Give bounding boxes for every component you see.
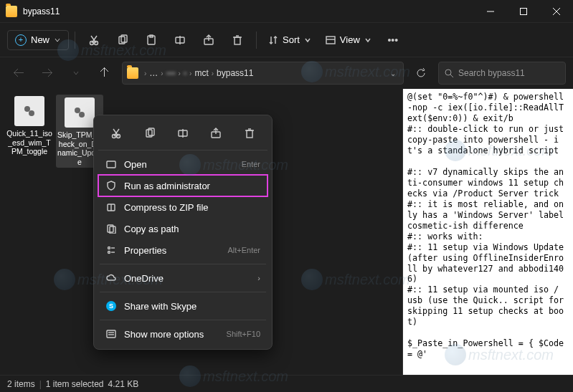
file-name: Quick_11_iso_esd_wim_TPM_toggle — [6, 129, 53, 156]
content-area: Quick_11_iso_esd_wim_TPM_toggle Skip_TPM… — [0, 89, 573, 375]
view-icon — [326, 35, 336, 45]
chevron-down-icon — [304, 37, 311, 44]
ctx-label: OneDrive — [124, 273, 164, 284]
more-icon — [105, 328, 117, 340]
ctx-label: Run as administrator — [124, 181, 210, 191]
context-menu: Open Enter Run as administrator Compress… — [93, 115, 273, 350]
address-dropdown[interactable]: ⌄ — [387, 70, 399, 77]
status-selected: 1 item selected — [46, 379, 104, 389]
more-button[interactable]: ••• — [380, 27, 406, 53]
close-button[interactable] — [540, 0, 573, 23]
share-button[interactable] — [196, 27, 222, 53]
ctx-run-as-admin[interactable]: Run as administrator — [98, 175, 267, 196]
refresh-button[interactable] — [409, 62, 432, 85]
svg-rect-15 — [235, 37, 240, 44]
svg-line-21 — [450, 75, 453, 77]
new-button[interactable]: + New — [7, 30, 69, 50]
search-placeholder: Search bypass11 — [458, 68, 525, 78]
svg-rect-1 — [521, 8, 527, 14]
search-icon — [445, 69, 454, 78]
ctx-copy-path[interactable]: Copy as path — [98, 218, 267, 239]
view-button[interactable]: View — [320, 31, 377, 49]
svg-point-22 — [24, 106, 30, 112]
ctx-more-options[interactable]: Show more options Shift+F10 — [98, 323, 267, 345]
sort-label: Sort — [283, 34, 300, 45]
ctx-properties[interactable]: Properties Alt+Enter — [98, 239, 267, 261]
ctx-label: Open — [124, 159, 147, 170]
cmd-file-icon — [14, 96, 44, 126]
ctx-rename-button[interactable] — [171, 123, 194, 144]
context-menu-toolbar — [98, 120, 267, 150]
folder-icon — [6, 6, 17, 17]
skype-icon: S — [105, 300, 117, 312]
svg-rect-18 — [326, 37, 335, 44]
plus-icon: + — [15, 34, 27, 46]
ctx-label: Compress to ZIP file — [124, 202, 209, 213]
folder-icon — [127, 67, 138, 79]
chevron-down-icon — [54, 37, 61, 44]
copy-path-icon — [105, 223, 117, 234]
view-label: View — [340, 34, 360, 45]
copy-button[interactable] — [110, 27, 136, 53]
delete-button[interactable] — [224, 27, 250, 53]
svg-point-23 — [29, 110, 34, 116]
cmd-file-icon — [65, 97, 95, 128]
breadcrumb[interactable]: mct — [194, 68, 208, 78]
nav-row: 🡠 🡢 🡡 › … › ▪▪▪ › ▪ › mct › bypass11 ⌄ S… — [0, 57, 573, 89]
forward-button[interactable]: 🡢 — [36, 62, 59, 85]
minimize-button[interactable] — [474, 0, 507, 23]
svg-rect-38 — [107, 161, 115, 168]
rename-button[interactable] — [167, 27, 193, 53]
new-label: New — [31, 34, 49, 45]
properties-icon — [105, 244, 117, 256]
recent-button[interactable] — [65, 62, 87, 85]
status-bar: 2 items | 1 item selected 4.21 KB — [0, 375, 573, 392]
ctx-share-button[interactable] — [204, 123, 227, 144]
ctx-label: Show more options — [124, 329, 204, 340]
ctx-hint: Alt+Enter — [227, 246, 260, 254]
cut-button[interactable] — [81, 27, 107, 53]
ctx-label: Share with Skype — [124, 301, 196, 312]
ctx-hint: Shift+F10 — [227, 330, 260, 338]
open-icon — [105, 158, 117, 170]
preview-pane: @(set "0=%~f0"^)#) & powershell -nop -c … — [402, 89, 573, 375]
ctx-delete-button[interactable] — [238, 123, 261, 144]
window-title: bypass11 — [23, 6, 60, 16]
svg-rect-47 — [107, 330, 115, 338]
svg-point-20 — [445, 70, 451, 75]
ctx-open[interactable]: Open Enter — [98, 153, 267, 175]
titlebar: bypass11 — [0, 0, 573, 23]
maximize-button[interactable] — [507, 0, 540, 23]
toolbar: + New Sort View ••• — [0, 23, 573, 57]
back-button[interactable]: 🡠 — [7, 62, 30, 85]
breadcrumb[interactable]: ▪▪▪ — [166, 68, 176, 78]
breadcrumb[interactable]: ▪ — [184, 68, 186, 78]
ctx-cut-button[interactable] — [105, 123, 128, 144]
breadcrumb[interactable]: bypass11 — [217, 68, 253, 78]
paste-button[interactable] — [138, 27, 164, 53]
chevron-down-icon — [364, 37, 371, 44]
chevron-right-icon: › — [257, 274, 260, 282]
sort-icon — [268, 35, 278, 45]
breadcrumb[interactable]: … — [149, 68, 158, 78]
status-size: 4.21 KB — [108, 379, 139, 389]
ctx-compress[interactable]: Compress to ZIP file — [98, 196, 267, 218]
ctx-hint: Enter — [242, 160, 260, 168]
status-items: 2 items — [7, 379, 35, 389]
ctx-skype[interactable]: S Share with Skype — [98, 295, 267, 317]
search-box[interactable]: Search bypass11 — [438, 62, 566, 85]
sort-button[interactable]: Sort — [262, 31, 317, 49]
ctx-copy-button[interactable] — [138, 123, 161, 144]
svg-point-24 — [75, 107, 80, 113]
shield-icon — [105, 180, 117, 191]
up-button[interactable]: 🡡 — [93, 62, 116, 85]
file-item[interactable]: Quick_11_iso_esd_wim_TPM_toggle — [6, 95, 53, 156]
svg-point-43 — [108, 247, 110, 249]
ctx-label: Copy as path — [124, 224, 179, 234]
cloud-icon — [105, 272, 117, 284]
ctx-onedrive[interactable]: OneDrive › — [98, 267, 267, 289]
ctx-label: Properties — [124, 245, 166, 256]
svg-rect-35 — [247, 130, 252, 138]
address-bar[interactable]: › … › ▪▪▪ › ▪ › mct › bypass11 ⌄ — [122, 62, 404, 85]
svg-point-25 — [79, 112, 85, 118]
